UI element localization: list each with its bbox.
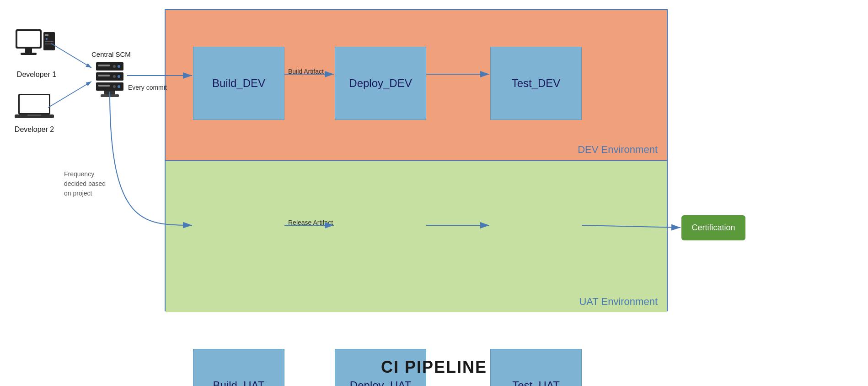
svg-rect-14 <box>98 65 110 66</box>
build-uat-box: Build_UAT <box>193 349 284 386</box>
scm-server-area: Central SCM <box>91 50 131 108</box>
deploy-dev-box: Deploy_DEV <box>335 47 426 120</box>
svg-point-24 <box>113 85 116 88</box>
scm-label: Central SCM <box>91 50 131 58</box>
svg-point-20 <box>113 75 116 78</box>
test-dev-box: Test_DEV <box>490 47 582 120</box>
developer1-label: Developer 1 <box>14 71 59 79</box>
every-commit-label: Every commit <box>128 84 167 91</box>
dev-section: DEV Environment Build_DEV Deploy_DEV Tes… <box>166 10 667 161</box>
developer2-icon <box>14 92 55 124</box>
svg-rect-22 <box>98 85 110 87</box>
svg-rect-25 <box>104 91 115 94</box>
svg-rect-10 <box>20 95 49 113</box>
developer1-area: Developer 1 <box>14 27 59 79</box>
test-uat-box: Test_UAT <box>490 349 582 386</box>
release-artifact-label: Release Artifact <box>288 219 333 226</box>
svg-rect-12 <box>27 114 41 116</box>
page-title: CI PIPELINE <box>381 358 487 377</box>
svg-point-6 <box>46 38 48 40</box>
svg-point-23 <box>118 85 120 88</box>
frequency-label: Frequencydecided basedon project <box>64 169 106 198</box>
svg-point-19 <box>118 75 120 78</box>
developer2-area: Developer 2 <box>14 92 55 134</box>
diagram-container: DEV Environment Build_DEV Deploy_DEV Tes… <box>0 0 868 386</box>
certification-box: Certification <box>681 215 745 240</box>
developer2-label: Developer 2 <box>14 125 55 134</box>
build-artifact-label: Build Artifact <box>288 68 324 75</box>
svg-point-15 <box>118 65 120 68</box>
svg-point-16 <box>113 65 116 68</box>
developer1-icon <box>14 27 59 69</box>
uat-environment-label: UAT Environment <box>579 296 658 308</box>
scm-server-icon <box>91 60 128 106</box>
svg-rect-7 <box>45 41 54 42</box>
dev-environment-label: DEV Environment <box>578 144 658 156</box>
svg-rect-3 <box>21 53 37 55</box>
svg-rect-1 <box>17 31 40 47</box>
uat-section: UAT Environment Build_UAT Deploy_UAT Tes… <box>166 161 667 312</box>
svg-rect-26 <box>101 94 119 97</box>
build-dev-box: Build_DEV <box>193 47 284 120</box>
svg-rect-18 <box>98 75 110 76</box>
main-box: DEV Environment Build_DEV Deploy_DEV Tes… <box>165 9 668 311</box>
svg-rect-2 <box>25 48 32 53</box>
svg-rect-8 <box>45 43 54 44</box>
svg-rect-5 <box>45 34 48 36</box>
